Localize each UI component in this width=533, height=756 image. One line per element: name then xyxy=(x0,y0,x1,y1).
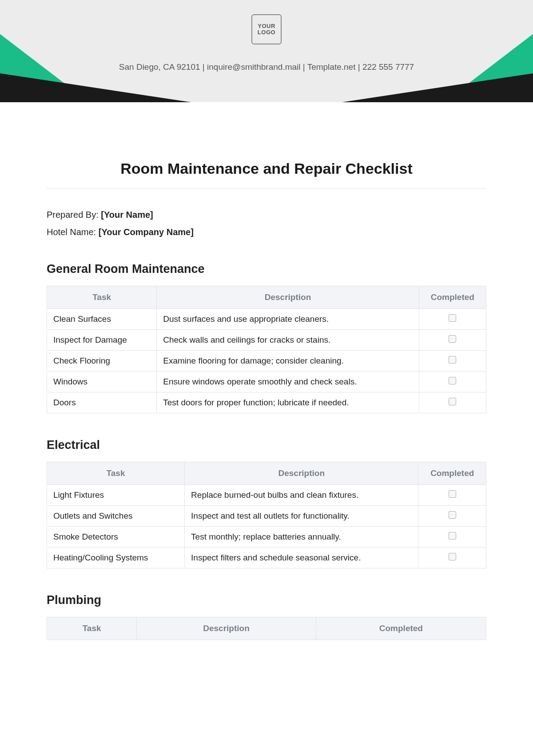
hotel-name-line: Hotel Name: [Your Company Name] xyxy=(47,227,486,237)
prepared-by-label: Prepared By: xyxy=(47,210,101,220)
completed-cell xyxy=(418,548,486,568)
description-cell: Replace burned-out bulbs and clean fixtu… xyxy=(185,485,418,506)
task-cell: Doors xyxy=(47,392,157,413)
description-cell: Dust surfaces and use appropriate cleane… xyxy=(157,309,419,330)
completed-cell xyxy=(419,351,486,372)
table-row: Clean SurfacesDust surfaces and use appr… xyxy=(47,309,486,330)
checkbox[interactable] xyxy=(449,398,456,405)
task-cell: Clean Surfaces xyxy=(47,309,157,330)
completed-cell xyxy=(419,309,486,330)
description-cell: Inspect and test all outlets for functio… xyxy=(185,506,418,527)
completed-cell xyxy=(418,485,486,506)
checkbox[interactable] xyxy=(449,335,456,343)
table-row: Light FixturesReplace burned-out bulbs a… xyxy=(47,485,486,506)
completed-cell xyxy=(419,392,486,413)
column-header-description: Description xyxy=(137,617,316,640)
task-cell: Windows xyxy=(47,372,157,392)
task-cell: Light Fixtures xyxy=(47,485,185,506)
task-cell: Inspect for Damage xyxy=(47,330,157,351)
column-header-task: Task xyxy=(47,286,157,309)
prepared-by-line: Prepared By: [Your Name] xyxy=(47,210,486,220)
task-cell: Smoke Detectors xyxy=(47,527,185,548)
column-header-completed: Completed xyxy=(419,286,486,309)
decoration-left-black xyxy=(0,73,191,102)
task-cell: Check Flooring xyxy=(47,351,157,372)
column-header-task: Task xyxy=(47,462,185,485)
completed-cell xyxy=(419,330,486,351)
section-title: General Room Maintenance xyxy=(47,262,486,276)
checkbox[interactable] xyxy=(449,553,456,560)
table-row: Heating/Cooling SystemsInspect filters a… xyxy=(47,548,486,568)
section-title: Electrical xyxy=(47,438,486,452)
document-banner: YOUR LOGO San Diego, CA 92101 | inquire@… xyxy=(0,0,533,102)
description-cell: Examine flooring for damage; consider cl… xyxy=(157,351,419,372)
table-row: Outlets and SwitchesInspect and test all… xyxy=(47,506,486,527)
table-row: WindowsEnsure windows operate smoothly a… xyxy=(47,372,486,392)
section-title: Plumbing xyxy=(47,593,486,607)
column-header-description: Description xyxy=(185,462,418,485)
completed-cell xyxy=(418,506,486,527)
description-cell: Check walls and ceilings for cracks or s… xyxy=(157,330,419,351)
checklist-table: TaskDescriptionCompletedClean SurfacesDu… xyxy=(47,286,486,413)
description-cell: Inspect filters and schedule seasonal se… xyxy=(185,548,418,568)
title-divider xyxy=(47,188,486,188)
description-cell: Ensure windows operate smoothly and chec… xyxy=(157,372,419,392)
task-cell: Outlets and Switches xyxy=(47,506,185,527)
checkbox[interactable] xyxy=(449,532,456,540)
description-cell: Test monthly; replace batteries annually… xyxy=(185,527,418,548)
checkbox[interactable] xyxy=(449,356,456,364)
hotel-name-label: Hotel Name: xyxy=(47,227,99,237)
completed-cell xyxy=(419,372,486,392)
table-row: Check FlooringExamine flooring for damag… xyxy=(47,351,486,372)
task-cell: Heating/Cooling Systems xyxy=(47,548,185,568)
checkbox[interactable] xyxy=(449,314,456,322)
checkbox[interactable] xyxy=(449,490,456,498)
checklist-table: TaskDescriptionCompleted xyxy=(47,617,486,640)
completed-cell xyxy=(418,527,486,548)
page-title: Room Maintenance and Repair Checklist xyxy=(47,160,486,177)
decoration-right-black xyxy=(342,73,533,102)
column-header-description: Description xyxy=(157,286,419,309)
column-header-completed: Completed xyxy=(418,462,486,485)
contact-line: San Diego, CA 92101 | inquire@smithbrand… xyxy=(0,62,533,72)
table-row: Smoke DetectorsTest monthly; replace bat… xyxy=(47,527,486,548)
checkbox[interactable] xyxy=(449,511,456,519)
logo-placeholder: YOUR LOGO xyxy=(251,14,282,44)
checkbox[interactable] xyxy=(449,377,456,384)
column-header-completed: Completed xyxy=(316,617,486,640)
description-cell: Test doors for proper function; lubricat… xyxy=(157,392,419,413)
checklist-table: TaskDescriptionCompletedLight FixturesRe… xyxy=(47,462,486,568)
table-row: DoorsTest doors for proper function; lub… xyxy=(47,392,486,413)
page-body: Room Maintenance and Repair Checklist Pr… xyxy=(0,102,533,640)
column-header-task: Task xyxy=(47,617,137,640)
hotel-name-placeholder: [Your Company Name] xyxy=(99,227,194,237)
prepared-by-placeholder: [Your Name] xyxy=(101,210,153,220)
table-row: Inspect for DamageCheck walls and ceilin… xyxy=(47,330,486,351)
